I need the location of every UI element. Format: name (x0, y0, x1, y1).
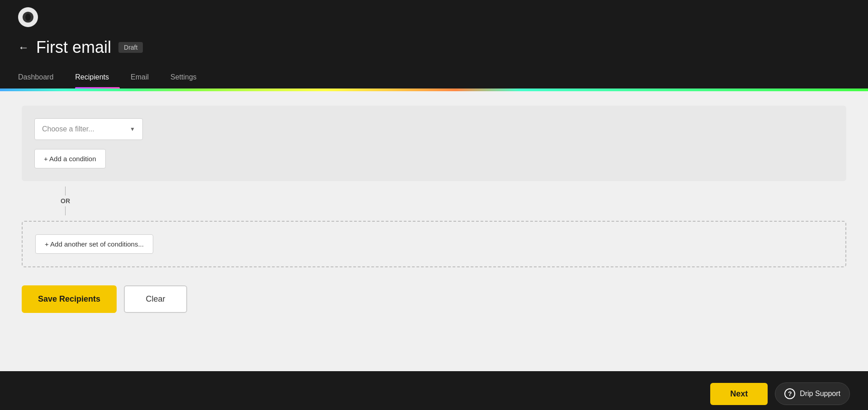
or-line-top (65, 186, 66, 196)
page-title: First email (36, 38, 111, 57)
filter-group: Choose a filter... ▼ + Add a condition (22, 106, 846, 181)
draft-badge: Draft (118, 42, 143, 53)
filter-dropdown-placeholder: Choose a filter... (42, 125, 94, 133)
help-icon: ? (784, 388, 795, 399)
or-line-bottom (65, 206, 66, 215)
tab-recipients[interactable]: Recipients (75, 68, 120, 89)
save-recipients-button[interactable]: Save Recipients (22, 285, 117, 313)
back-button[interactable]: ← (18, 41, 29, 54)
clear-button[interactable]: Clear (124, 285, 187, 313)
chevron-down-icon: ▼ (130, 126, 135, 132)
or-separator: OR (22, 181, 846, 221)
action-buttons: Save Recipients Clear (22, 285, 846, 313)
tab-dashboard[interactable]: Dashboard (18, 68, 64, 89)
tab-settings[interactable]: Settings (170, 68, 208, 89)
bottom-bar: Next ? Drip Support (0, 377, 868, 410)
filter-dropdown[interactable]: Choose a filter... ▼ (34, 118, 143, 140)
drip-support-button[interactable]: ? Drip Support (775, 382, 850, 405)
or-label: OR (61, 196, 70, 206)
app-logo (18, 7, 38, 27)
nav-tabs: Dashboard Recipients Email Settings (18, 68, 850, 89)
add-set-group: + Add another set of conditions... (22, 221, 846, 267)
tab-email[interactable]: Email (131, 68, 160, 89)
add-condition-button[interactable]: + Add a condition (34, 149, 106, 168)
main-content: Choose a filter... ▼ + Add a condition O… (0, 91, 868, 371)
drip-support-label: Drip Support (800, 390, 840, 398)
add-set-button[interactable]: + Add another set of conditions... (35, 234, 153, 254)
next-button[interactable]: Next (710, 383, 768, 405)
